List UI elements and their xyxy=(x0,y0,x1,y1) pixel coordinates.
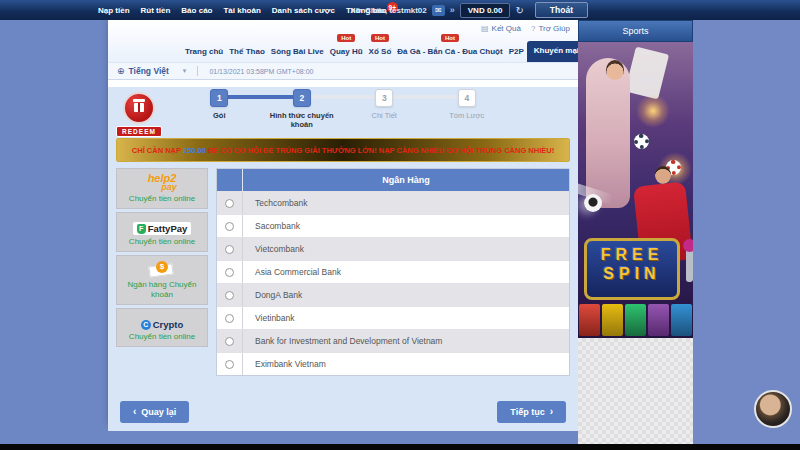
payment-method-fattypay[interactable]: F FattyPay Chuyển tiền online xyxy=(116,212,208,252)
tab-the-thao[interactable]: Thể Thao xyxy=(226,44,268,62)
checkout-stepper: 1 Gói 2 Hình thức chuyển khoản 3 Chi Tiế… xyxy=(178,87,508,129)
tab-quay-hu[interactable]: Hot Quay Hũ xyxy=(327,44,366,62)
promo-model-head xyxy=(606,60,624,80)
continue-button[interactable]: Tiếp tục › xyxy=(497,401,566,423)
divider xyxy=(197,66,198,76)
collapse-chevrons-icon[interactable]: » xyxy=(450,5,455,15)
chevron-right-icon: › xyxy=(550,407,553,417)
table-row[interactable]: Eximbank Vietnam xyxy=(217,352,569,375)
tab-xo-so[interactable]: Hot Xổ Số xyxy=(366,44,395,62)
table-row[interactable]: Techcombank xyxy=(217,191,569,214)
step-number: 3 xyxy=(375,89,393,107)
table-row[interactable]: Asia Commercial Bank xyxy=(217,260,569,283)
money-icon: $ xyxy=(149,261,175,277)
hot-badge: Hot xyxy=(371,34,389,42)
bank-radio[interactable] xyxy=(225,245,234,254)
slot-reels xyxy=(578,302,693,338)
step-details: 3 Chi Tiết xyxy=(343,87,426,129)
language-bar: ⊕ Tiếng Việt ▾ 01/13/2021 03:58PM GMT+08… xyxy=(108,62,578,80)
bank-name: Sacombank xyxy=(243,221,569,231)
step-number: 4 xyxy=(458,89,476,107)
results-link[interactable]: ▤ Kết Quả xyxy=(481,24,521,33)
dollar-coin-icon: $ xyxy=(156,261,168,273)
menu-bet-list[interactable]: Danh sách cược xyxy=(272,6,335,15)
logout-button[interactable]: Thoát xyxy=(535,2,588,18)
payment-method-crypto[interactable]: C Crypto Chuyển tiền online xyxy=(116,308,208,347)
step-number: 1 xyxy=(210,89,228,107)
tab-label: Khuyến mại xyxy=(534,46,579,55)
table-row[interactable]: Sacombank xyxy=(217,214,569,237)
tab-da-ga-ban-ca-dua-chuot[interactable]: Hot Đá Gà - Bắn Cá - Đua Chuột xyxy=(394,44,505,62)
bottom-black-strip xyxy=(0,444,800,450)
chevron-down-icon[interactable]: ▾ xyxy=(183,67,187,75)
wizard-actions: ‹ Quay lại Tiếp tục › xyxy=(120,401,566,423)
bank-name: DongA Bank xyxy=(243,290,569,300)
bank-radio[interactable] xyxy=(225,360,234,369)
help-icon: ? xyxy=(531,24,535,33)
bank-name: Vietinbank xyxy=(243,313,569,323)
fattypay-logo: FattyPay xyxy=(148,223,188,234)
step-label: Chi Tiết xyxy=(343,111,426,120)
top-menu: Nạp tiền Rút tiền Báo cáo Tài khoản Danh… xyxy=(98,6,387,15)
bank-radio[interactable] xyxy=(225,222,234,231)
sports-header[interactable]: Sports xyxy=(578,20,693,42)
nav-utility-links: ▤ Kết Quả ? Trợ Giúp xyxy=(481,24,570,33)
step-label: Tóm Lược xyxy=(426,111,509,120)
banner-text: ĐỂ CÓ CƠ HỘI ĐỂ TRÚNG GIẢI THƯỞNG LỚN! N… xyxy=(208,146,554,155)
globe-icon: ⊕ xyxy=(117,66,125,76)
balance-display: VND 0.00 xyxy=(460,3,511,18)
back-button[interactable]: ‹ Quay lại xyxy=(120,401,189,423)
table-row[interactable]: DongA Bank xyxy=(217,283,569,306)
results-label: Kết Quả xyxy=(492,24,521,33)
table-header: Ngân Hàng xyxy=(217,169,569,191)
payment-method-bank-transfer[interactable]: $ Ngân hàng Chuyển khoản xyxy=(116,255,208,305)
chevron-left-icon: ‹ xyxy=(133,407,136,417)
tab-label: P2P xyxy=(509,47,524,56)
poker-chip-icon xyxy=(634,134,649,149)
tab-label: Đá Gà - Bắn Cá - Đua Chuột xyxy=(397,47,502,56)
help-link[interactable]: ? Trợ Giúp xyxy=(531,24,570,33)
language-selector[interactable]: Tiếng Việt xyxy=(129,66,169,76)
tab-label: Thể Thao xyxy=(229,47,265,56)
step-summary: 4 Tóm Lược xyxy=(426,87,509,129)
tab-p2p[interactable]: P2P xyxy=(506,44,527,62)
bank-name: Vietcombank xyxy=(243,244,569,254)
promo-image[interactable]: FREE SPIN xyxy=(578,42,693,338)
step-number: 2 xyxy=(293,89,311,107)
bank-radio[interactable] xyxy=(225,314,234,323)
avatar[interactable] xyxy=(754,390,792,428)
menu-withdraw[interactable]: Rút tiền xyxy=(141,6,171,15)
menu-report[interactable]: Báo cáo xyxy=(181,6,212,15)
results-icon: ▤ xyxy=(481,24,489,33)
user-greeting: Xin Chào, testmkt02 xyxy=(350,6,426,15)
free-spin-text: SPIN xyxy=(587,264,677,283)
table-row[interactable]: Bank for Investment and Development of V… xyxy=(217,329,569,352)
payment-method-label: Chuyển tiền online xyxy=(119,237,205,247)
table-row[interactable]: Vietinbank xyxy=(217,306,569,329)
banner-text: CHỈ CẦN NẠP xyxy=(132,146,181,155)
step-label: Hình thức chuyển khoản xyxy=(261,111,344,129)
top-bar: Nạp tiền Rút tiền Báo cáo Tài khoản Danh… xyxy=(0,0,800,20)
tab-song-bai-live[interactable]: Sòng Bài Live xyxy=(268,44,327,62)
bank-name: Bank for Investment and Development of V… xyxy=(243,336,569,346)
menu-account[interactable]: Tài khoản xyxy=(223,6,260,15)
bank-radio[interactable] xyxy=(225,199,234,208)
bank-radio[interactable] xyxy=(225,291,234,300)
menu-deposit[interactable]: Nạp tiền xyxy=(98,6,130,15)
refresh-icon[interactable]: ↻ xyxy=(515,5,523,16)
back-button-label: Quay lại xyxy=(141,407,176,417)
promo-sidebar: Sports FREE SPIN xyxy=(578,20,693,444)
bank-radio[interactable] xyxy=(225,268,234,277)
mail-icon[interactable]: ✉ xyxy=(432,5,445,16)
payment-method-list: help2 pay Chuyển tiền online F FattyPay … xyxy=(116,168,208,376)
radio-column-header xyxy=(217,169,243,191)
payment-method-label: Chuyển tiền online xyxy=(119,194,205,204)
main-tabs: Trang chủ Thể Thao Sòng Bài Live Hot Qua… xyxy=(182,41,576,62)
payment-method-help2pay[interactable]: help2 pay Chuyển tiền online xyxy=(116,168,208,209)
overlay-background xyxy=(693,20,800,444)
server-timestamp: 01/13/2021 03:58PM GMT+08:00 xyxy=(209,68,313,75)
table-row[interactable]: Vietcombank xyxy=(217,237,569,260)
free-spin-slot: FREE SPIN xyxy=(584,238,680,300)
tab-trang-chu[interactable]: Trang chủ xyxy=(182,44,226,62)
bank-radio[interactable] xyxy=(225,337,234,346)
